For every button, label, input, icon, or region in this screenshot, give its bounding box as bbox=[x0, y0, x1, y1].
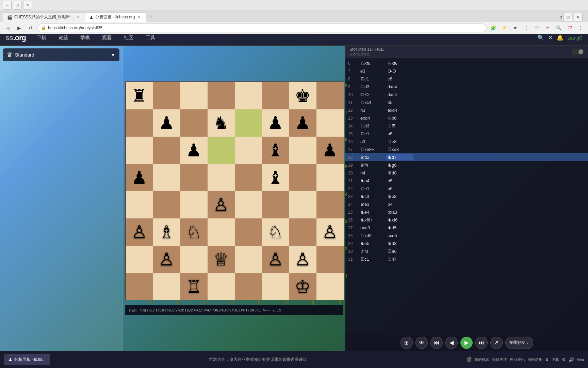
move-white[interactable]: ♘xf6 bbox=[359, 60, 386, 66]
taskbar-tab-lichess[interactable]: ♟ 分析面板 · lichs... bbox=[4, 354, 50, 365]
board-square[interactable] bbox=[153, 137, 180, 164]
new-tab-btn[interactable]: + bbox=[146, 12, 156, 22]
engine-toggle[interactable] bbox=[572, 49, 584, 55]
board-square[interactable] bbox=[289, 137, 316, 164]
board-square[interactable]: ♗ bbox=[153, 218, 180, 246]
move-white[interactable]: ♘d3 bbox=[359, 83, 386, 90]
board-square[interactable] bbox=[153, 82, 180, 109]
restore-btn[interactable]: ❐ bbox=[564, 13, 572, 22]
move-white[interactable]: bxa3 bbox=[359, 225, 386, 231]
board-square[interactable]: ♟ bbox=[153, 109, 180, 137]
speaker-icon[interactable]: 🔊 bbox=[569, 357, 574, 362]
move-white[interactable]: ♛e3 bbox=[359, 201, 386, 208]
board-square[interactable]: ♘ bbox=[262, 218, 289, 246]
minimize-btn[interactable]: ─ bbox=[3, 1, 12, 10]
online-count-btn[interactable]: 在线好友： bbox=[505, 337, 533, 349]
board-square[interactable] bbox=[208, 218, 235, 246]
extensions-icon[interactable]: 🧩 bbox=[489, 23, 498, 33]
board-square[interactable] bbox=[208, 82, 235, 109]
move-white[interactable]: ♞e5 bbox=[359, 240, 386, 247]
nav-tools[interactable]: 工具 bbox=[143, 33, 158, 42]
board-square[interactable] bbox=[316, 191, 344, 218]
forward-btn[interactable]: ▶ bbox=[14, 23, 24, 33]
move-black[interactable]: e5 bbox=[386, 99, 413, 106]
board-square[interactable]: ♙ bbox=[262, 246, 289, 273]
board-square[interactable] bbox=[316, 164, 344, 191]
move-white[interactable]: O-O bbox=[359, 91, 386, 98]
move-black[interactable]: ♖a6 bbox=[386, 248, 413, 255]
chess-board[interactable]: ♜♚♟♞♟♟♟♝♟♟♝♙♙♗♘♘♙♙♕♙♙♖♔ bbox=[125, 81, 343, 300]
window-x-btn[interactable]: ✕ bbox=[574, 13, 583, 22]
settings-icon[interactable]: ⋮ bbox=[521, 23, 531, 33]
move-white[interactable]: a3 bbox=[359, 138, 386, 145]
move-white[interactable]: ♘b3 bbox=[359, 123, 386, 129]
board-square[interactable] bbox=[153, 191, 180, 218]
board-square[interactable]: ♙ bbox=[316, 218, 344, 246]
move-black[interactable]: ♞g6 bbox=[386, 162, 413, 168]
tab-bilibili[interactable]: 🎬 CHESSS15的个人空间_哔哩哔... ✕ bbox=[3, 12, 85, 22]
board-square[interactable] bbox=[180, 164, 208, 191]
board-square[interactable] bbox=[126, 109, 153, 137]
board-square[interactable] bbox=[180, 82, 208, 109]
board-square[interactable]: ♟ bbox=[262, 109, 289, 137]
board-square[interactable] bbox=[289, 191, 316, 218]
board-square[interactable] bbox=[235, 164, 262, 191]
back-btn[interactable]: ◀ bbox=[3, 23, 12, 33]
move-white[interactable]: e3 bbox=[359, 68, 386, 74]
board-square[interactable] bbox=[289, 164, 316, 191]
move-black[interactable]: ♞d5 bbox=[386, 225, 413, 231]
nav-play[interactable]: 下棋 bbox=[34, 33, 49, 42]
move-white[interactable]: ♖xe8+ bbox=[359, 146, 386, 153]
board-square[interactable] bbox=[180, 109, 208, 137]
board-square[interactable]: ♚ bbox=[289, 82, 316, 109]
tab-close-lichess[interactable]: ✕ bbox=[137, 15, 142, 20]
move-black[interactable]: ♛d8 bbox=[386, 240, 413, 247]
maximize-btn[interactable]: □ bbox=[13, 1, 22, 10]
board-square[interactable] bbox=[235, 82, 262, 109]
move-black[interactable]: h5 bbox=[386, 178, 413, 184]
move-white[interactable]: ♞c3 bbox=[359, 193, 386, 200]
board-square[interactable]: ♙ bbox=[153, 246, 180, 273]
nav-learn[interactable]: 学棋 bbox=[78, 33, 93, 42]
move-white[interactable]: ♘xd5 bbox=[359, 232, 386, 239]
board-square[interactable]: ♔ bbox=[289, 273, 316, 300]
move-white[interactable]: ♞a4 bbox=[359, 178, 386, 184]
move-black[interactable]: ♘xf6 bbox=[386, 60, 413, 66]
ext-shield[interactable]: 🛡 bbox=[565, 23, 574, 33]
move-black[interactable]: bxa3 bbox=[386, 209, 413, 215]
move-white[interactable]: ♞xf6+ bbox=[359, 217, 386, 223]
board-square[interactable] bbox=[126, 191, 153, 218]
board-square[interactable]: ♜ bbox=[126, 82, 153, 109]
bell-icon[interactable]: 🔔 bbox=[557, 34, 564, 41]
board-square[interactable]: ♟ bbox=[126, 164, 153, 191]
bookmark-icon[interactable]: ★ bbox=[510, 23, 520, 33]
eye-btn[interactable]: 👁 bbox=[415, 337, 428, 349]
move-black[interactable]: cxd5 bbox=[386, 232, 413, 239]
move-white[interactable]: exd4 bbox=[359, 115, 386, 121]
move-black[interactable]: ♗h7 bbox=[386, 256, 413, 262]
move-white[interactable]: h4 bbox=[359, 170, 386, 176]
board-square[interactable]: ♙ bbox=[208, 191, 235, 218]
board-square[interactable]: ♖ bbox=[180, 273, 208, 300]
move-black[interactable]: ♛b8 bbox=[386, 193, 413, 200]
move-black[interactable]: dxc4 bbox=[386, 91, 413, 98]
move-black[interactable]: b4 bbox=[386, 201, 413, 208]
board-square[interactable]: ♝ bbox=[262, 137, 289, 164]
tab-close-bilibili[interactable]: ✕ bbox=[76, 15, 81, 20]
tab-lichess[interactable]: ♟ 分析面板 - lichess.org ✕ bbox=[85, 12, 146, 22]
move-white[interactable]: h3 bbox=[359, 107, 386, 113]
board-square[interactable] bbox=[126, 137, 153, 164]
search-header-icon[interactable]: 🔍 bbox=[537, 34, 544, 41]
address-bar[interactable]: 🔒 https://lichess.org/analysis#35 bbox=[37, 24, 487, 32]
board-square[interactable] bbox=[262, 273, 289, 300]
board-square[interactable] bbox=[262, 82, 289, 109]
nav-watch[interactable]: 观看 bbox=[99, 33, 114, 42]
close-btn[interactable]: ✕ bbox=[23, 1, 32, 10]
move-black[interactable]: c6 bbox=[386, 76, 413, 82]
ext-2[interactable]: ✂ bbox=[543, 23, 553, 33]
board-square[interactable] bbox=[316, 273, 344, 300]
board-square[interactable]: ♘ bbox=[180, 218, 208, 246]
board-square[interactable]: ♟ bbox=[180, 137, 208, 164]
board-square[interactable] bbox=[126, 273, 153, 300]
download-icon[interactable]: ⬇ bbox=[545, 357, 549, 362]
